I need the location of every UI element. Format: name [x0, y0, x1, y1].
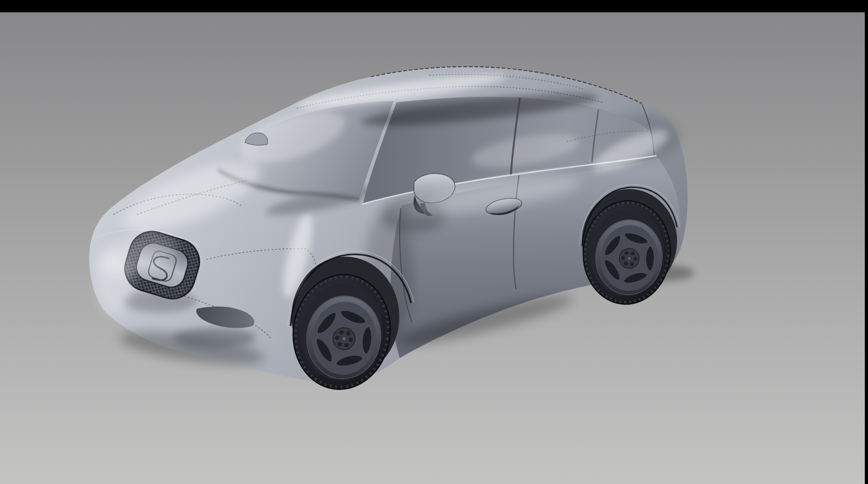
fog-recess-shadow — [174, 328, 256, 348]
right-letterbox-bar — [865, 0, 868, 484]
top-letterbox-bar — [0, 0, 868, 12]
application-screen — [0, 0, 868, 484]
3d-viewport[interactable] — [0, 0, 868, 484]
